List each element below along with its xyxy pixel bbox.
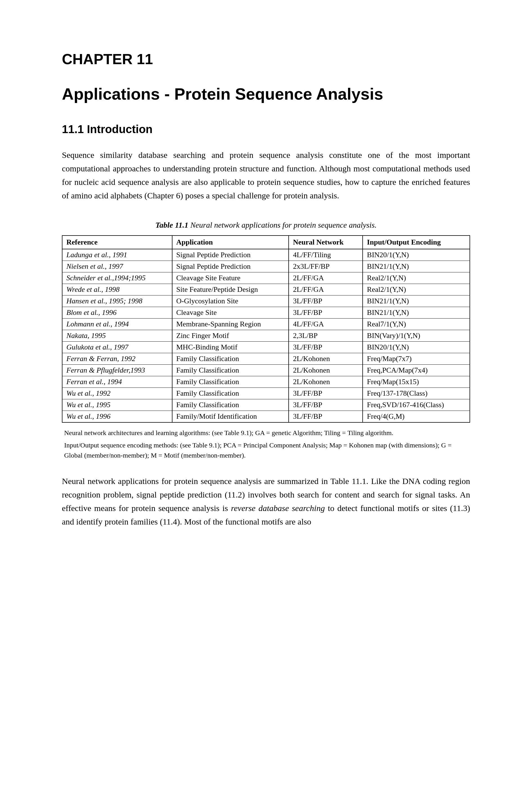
cell-reference: Wrede et al., 1998 <box>62 284 172 296</box>
cell-encoding: BIN21/1(Y,N) <box>363 307 470 319</box>
cell-network: 2,3L/BP <box>289 330 363 342</box>
cell-encoding: BIN21/1(Y,N) <box>363 296 470 307</box>
table-row: Schneider et al.,1994;1995Cleavage Site … <box>62 273 470 284</box>
cell-reference: Nakata, 1995 <box>62 330 172 342</box>
cell-application: Family Classification <box>172 388 289 399</box>
cell-application: Signal Peptide Prediction <box>172 249 289 261</box>
cell-network: 3L/FF/BP <box>289 307 363 319</box>
cell-network: 3L/FF/BP <box>289 388 363 399</box>
app-title: Applications - Protein Sequence Analysis <box>62 85 470 103</box>
cell-encoding: Freq/137-178(Class) <box>363 388 470 399</box>
table-row: Hansen et al., 1995; 1998O-Glycosylation… <box>62 296 470 307</box>
cell-encoding: Freq/4(G,M) <box>363 411 470 423</box>
cell-network: 2L/Kohonen <box>289 353 363 365</box>
table-row: Lohmann et al., 1994Membrane-Spanning Re… <box>62 319 470 330</box>
cell-reference: Wu et al., 1995 <box>62 399 172 411</box>
cell-application: Family Classification <box>172 353 289 365</box>
cell-application: Family Classification <box>172 365 289 376</box>
cell-network: 2L/Kohonen <box>289 365 363 376</box>
cell-application: Site Feature/Peptide Design <box>172 284 289 296</box>
table-row: Nielsen et al., 1997Signal Peptide Predi… <box>62 261 470 273</box>
table-row: Nakata, 1995Zinc Finger Motif2,3L/BPBIN(… <box>62 330 470 342</box>
table-row: Ferran & Ferran, 1992Family Classificati… <box>62 353 470 365</box>
col-header-network: Neural Network <box>289 236 363 249</box>
cell-application: Family/Motif Identification <box>172 411 289 423</box>
cell-network: 2x3L/FF/BP <box>289 261 363 273</box>
chapter-title: CHAPTER 11 <box>62 51 470 68</box>
cell-application: Cleavage Site <box>172 307 289 319</box>
cell-reference: Schneider et al.,1994;1995 <box>62 273 172 284</box>
cell-reference: Nielsen et al., 1997 <box>62 261 172 273</box>
bottom-paragraph: Neural network applications for protein … <box>62 474 470 528</box>
cell-network: 3L/FF/BP <box>289 296 363 307</box>
cell-network: 3L/FF/BP <box>289 399 363 411</box>
cell-reference: Ferran & Pflugfelder,1993 <box>62 365 172 376</box>
cell-encoding: Real2/1(Y,N) <box>363 273 470 284</box>
cell-reference: Gulukota et al., 1997 <box>62 342 172 353</box>
data-table: Reference Application Neural Network Inp… <box>62 235 470 423</box>
cell-encoding: BIN(Vary)/1(Y,N) <box>363 330 470 342</box>
table-row: Wu et al., 1996Family/Motif Identificati… <box>62 411 470 423</box>
cell-application: Zinc Finger Motif <box>172 330 289 342</box>
table-row: Wu et al., 1995Family Classification3L/F… <box>62 399 470 411</box>
cell-encoding: Real2/1(Y,N) <box>363 284 470 296</box>
table-notes: Neural network architectures and learnin… <box>62 428 470 460</box>
cell-reference: Hansen et al., 1995; 1998 <box>62 296 172 307</box>
cell-application: Family Classification <box>172 399 289 411</box>
table-caption: Table 11.1 Neural network applications f… <box>62 221 470 230</box>
table-row: Ferran & Pflugfelder,1993Family Classifi… <box>62 365 470 376</box>
cell-encoding: Freq,PCA/Map(7x4) <box>363 365 470 376</box>
cell-reference: Ferran et al., 1994 <box>62 376 172 388</box>
cell-encoding: Freq/Map(15x15) <box>363 376 470 388</box>
table-row: Wrede et al., 1998Site Feature/Peptide D… <box>62 284 470 296</box>
table-row: Blom et al., 1996Cleavage Site3L/FF/BPBI… <box>62 307 470 319</box>
table-row: Ferran et al., 1994Family Classification… <box>62 376 470 388</box>
cell-application: MHC-Binding Motif <box>172 342 289 353</box>
cell-network: 4L/FF/Tiling <box>289 249 363 261</box>
table-row: Wu et al., 1992Family Classification3L/F… <box>62 388 470 399</box>
cell-network: 2L/FF/GA <box>289 273 363 284</box>
cell-encoding: Freq,SVD/167-416(Class) <box>363 399 470 411</box>
cell-encoding: BIN20/1(Y,N) <box>363 342 470 353</box>
cell-reference: Wu et al., 1996 <box>62 411 172 423</box>
section-title: 11.1 Introduction <box>62 123 470 136</box>
cell-network: 3L/FF/BP <box>289 342 363 353</box>
table-note-1: Neural network architectures and learnin… <box>62 428 470 438</box>
cell-application: O-Glycosylation Site <box>172 296 289 307</box>
col-header-application: Application <box>172 236 289 249</box>
cell-network: 3L/FF/BP <box>289 411 363 423</box>
cell-reference: Lohmann et al., 1994 <box>62 319 172 330</box>
cell-network: 2L/Kohonen <box>289 376 363 388</box>
cell-application: Signal Peptide Prediction <box>172 261 289 273</box>
col-header-reference: Reference <box>62 236 172 249</box>
col-header-encoding: Input/Output Encoding <box>363 236 470 249</box>
cell-network: 2L/FF/GA <box>289 284 363 296</box>
cell-network: 4L/FF/GA <box>289 319 363 330</box>
cell-encoding: Freq/Map(7x7) <box>363 353 470 365</box>
cell-reference: Ferran & Ferran, 1992 <box>62 353 172 365</box>
cell-reference: Blom et al., 1996 <box>62 307 172 319</box>
cell-reference: Ladunga et al., 1991 <box>62 249 172 261</box>
table-row: Gulukota et al., 1997MHC-Binding Motif3L… <box>62 342 470 353</box>
cell-encoding: BIN20/1(Y,N) <box>363 249 470 261</box>
cell-reference: Wu et al., 1992 <box>62 388 172 399</box>
cell-application: Cleavage Site Feature <box>172 273 289 284</box>
cell-encoding: Real7/1(Y,N) <box>363 319 470 330</box>
cell-application: Membrane-Spanning Region <box>172 319 289 330</box>
cell-encoding: BIN21/1(Y,N) <box>363 261 470 273</box>
table-row: Ladunga et al., 1991Signal Peptide Predi… <box>62 249 470 261</box>
table-note-2: Input/Output sequence encoding methods: … <box>62 440 470 460</box>
cell-application: Family Classification <box>172 376 289 388</box>
intro-paragraph: Sequence similarity database searching a… <box>62 148 470 202</box>
